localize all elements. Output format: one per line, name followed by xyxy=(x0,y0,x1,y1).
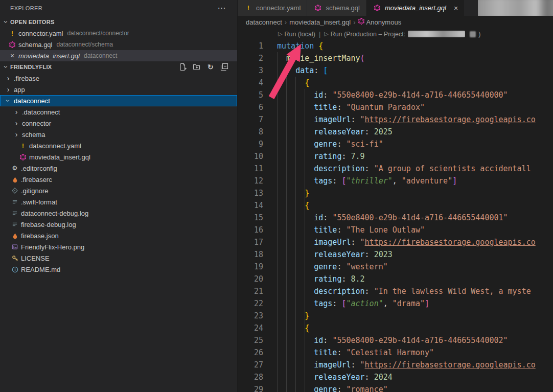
code-line[interactable]: 17 imageUrl: "https://firebasestorage.go… xyxy=(238,236,553,248)
code-line[interactable]: 9 genre: "sci-fi" xyxy=(238,138,553,150)
code-line[interactable]: 26 title: "Celestial Harmony" xyxy=(238,347,553,359)
code-token: id xyxy=(314,213,323,222)
tree-item-firebase-json[interactable]: firebase.json xyxy=(0,230,237,241)
line-number: 29 xyxy=(238,383,263,392)
tree-item-app[interactable]: ›app xyxy=(0,84,237,95)
code-token: "western" xyxy=(346,262,387,271)
code-token: https://firebasestorage.googleapis.co xyxy=(365,238,536,247)
workspace-header[interactable]: › FRIENDLYFLIX ↻ xyxy=(0,61,237,73)
play-icon: ▷ xyxy=(324,31,328,37)
tree-item-readme-md[interactable]: README.md xyxy=(0,264,237,275)
breadcrumb-item[interactable]: moviedata_insert.gql xyxy=(289,18,351,26)
tree-item-dataconnect[interactable]: ›.dataconnect xyxy=(0,106,237,118)
code-line[interactable]: 25 id: "550e8400-e29b-41d4-a716-44665544… xyxy=(238,334,553,347)
tree-item-editorconfig[interactable]: ⚙.editorconfig xyxy=(0,163,237,174)
run-production-link[interactable]: ▷ Run (Production – Project: xyxy=(324,31,405,38)
code-line[interactable]: 10 rating: 7.9 xyxy=(238,150,553,163)
code-token: 2025 xyxy=(374,127,393,136)
code-line[interactable]: 1mutation { xyxy=(238,40,553,52)
breadcrumb-item[interactable]: dataconnect xyxy=(246,18,282,26)
code-token: releaseYear xyxy=(314,373,364,382)
code-line[interactable]: 23 } xyxy=(238,310,553,322)
collapse-all-button[interactable] xyxy=(220,62,229,72)
code-token: : xyxy=(351,238,360,247)
code-line[interactable]: 3 data: [ xyxy=(238,64,553,77)
tree-item-dataconnect[interactable]: ›dataconnect xyxy=(0,95,237,106)
code-token: genre xyxy=(314,385,337,392)
file-tree: ›.firebase›app›dataconnect›.dataconnect›… xyxy=(0,73,237,275)
tree-item-gitignore[interactable]: .gitignore xyxy=(0,185,237,196)
tree-item-dataconnect-debug-log[interactable]: dataconnect-debug.log xyxy=(0,207,237,219)
chevron-right-icon[interactable]: › xyxy=(4,86,12,93)
code-line[interactable]: 15 id: "550e8400-e29b-41d4-a716-44665544… xyxy=(238,212,553,224)
line-number: 14 xyxy=(238,199,263,212)
chevron-right-icon[interactable]: › xyxy=(12,108,20,116)
tree-item-firebaserc[interactable]: .firebaserc xyxy=(0,174,237,185)
code-line[interactable]: 27 imageUrl: "https://firebasestorage.go… xyxy=(238,359,553,371)
code-editor[interactable]: ▷ Run (local) | ▷ Run (Production – Proj… xyxy=(238,28,553,392)
run-local-link[interactable]: ▷ Run (local) xyxy=(278,31,315,38)
close-icon[interactable]: × xyxy=(454,4,458,12)
code-token: 2024 xyxy=(374,373,393,382)
code-token: : xyxy=(337,103,346,112)
code-line[interactable]: 21 description: "In the lawless Wild Wes… xyxy=(238,285,553,297)
editor-tab[interactable]: schema.gql xyxy=(307,0,366,16)
code-token: id xyxy=(314,90,323,100)
code-line[interactable]: 12 tags: ["thriller", "adventure"] xyxy=(238,175,553,187)
graphql-icon xyxy=(313,5,322,11)
tree-item-firebase[interactable]: ›.firebase xyxy=(0,73,237,84)
code-line[interactable]: 14 { xyxy=(238,199,553,212)
new-file-button[interactable] xyxy=(178,62,188,72)
code-line[interactable]: 20 rating: 8.2 xyxy=(238,273,553,285)
code-line[interactable]: 11 description: "A group of scientists a… xyxy=(238,163,553,175)
code-line[interactable]: 16 title: "The Lone Outlaw" xyxy=(238,224,553,236)
code-token: tags xyxy=(314,176,332,186)
open-editor-item[interactable]: !connector.yamldataconnect/connector xyxy=(0,28,237,39)
editor-tab[interactable]: !connector.yaml xyxy=(238,0,307,16)
code-token: description xyxy=(314,287,364,296)
chevron-right-icon[interactable]: › xyxy=(12,120,20,127)
code-token: rating xyxy=(314,152,341,161)
code-line[interactable]: 4 { xyxy=(238,77,553,89)
chevron-right-icon[interactable]: › xyxy=(4,75,12,82)
line-number: 8 xyxy=(238,126,263,138)
open-editors-header[interactable]: › OPEN EDITORS xyxy=(0,16,237,28)
code-line[interactable]: 2 movie_insertMany( xyxy=(238,52,553,64)
chevron-right-icon[interactable]: › xyxy=(12,131,20,138)
tree-item-license[interactable]: LICENSE xyxy=(0,252,237,264)
code-line[interactable]: 7 imageUrl: "https://firebasestorage.goo… xyxy=(238,113,553,126)
tree-item-connector[interactable]: ›connector xyxy=(0,118,237,129)
code-line[interactable]: 8 releaseYear: 2025 xyxy=(238,126,553,138)
editor-tab[interactable]: moviedata_insert.gql× xyxy=(366,0,465,16)
code-token: "thriller" xyxy=(346,176,392,186)
code-line[interactable]: 24 { xyxy=(238,322,553,334)
code-line[interactable]: 13 } xyxy=(238,187,553,199)
code-token xyxy=(388,299,393,308)
refresh-button[interactable]: ↻ xyxy=(206,62,215,72)
open-editor-item[interactable]: schema.gqldataconnect/schema xyxy=(0,39,237,50)
breadcrumb-item[interactable]: Anonymous xyxy=(358,18,402,26)
tree-item-swift-format[interactable]: .swift-format xyxy=(0,196,237,207)
open-editor-item[interactable]: ×moviedata_insert.gqldataconnect xyxy=(0,50,237,61)
code-line[interactable]: 29 genre: "romance" xyxy=(238,383,553,392)
tree-item-firebase-debug-log[interactable]: firebase-debug.log xyxy=(0,219,237,230)
tree-item-dataconnect-yaml[interactable]: !dataconnect.yaml xyxy=(0,140,237,151)
editor-group: !connector.yamlschema.gqlmoviedata_inser… xyxy=(238,0,553,392)
close-icon[interactable]: × xyxy=(8,52,17,60)
code-line[interactable]: 18 releaseYear: 2023 xyxy=(238,248,553,261)
code-line[interactable]: 28 releaseYear: 2024 xyxy=(238,371,553,383)
file-name: dataconnect-debug.log xyxy=(21,210,88,217)
code-token: : xyxy=(351,115,360,124)
code-line[interactable]: 5 id: "550e8400-e29b-41d4-a716-446655440… xyxy=(238,89,553,101)
code-line[interactable]: 19 genre: "western" xyxy=(238,261,553,273)
tree-item-friendlyflix-hero-png[interactable]: FriendlyFlix-Hero.png xyxy=(0,241,237,252)
tree-item-moviedata-insert-gql[interactable]: moviedata_insert.gql xyxy=(0,151,237,163)
code-token: "550e8400-e29b-41d4-a716-446655440001" xyxy=(332,213,508,222)
code-line[interactable]: 22 tags: ["action", "drama"] xyxy=(238,297,553,310)
chevron-down-icon[interactable]: › xyxy=(5,97,12,105)
new-folder-button[interactable] xyxy=(192,62,201,72)
more-actions-icon[interactable]: ⋯ xyxy=(218,4,226,12)
tree-item-schema[interactable]: ›schema xyxy=(0,129,237,140)
code-line[interactable]: 6 title: "Quantum Paradox" xyxy=(238,101,553,113)
code-token: : xyxy=(314,66,323,75)
